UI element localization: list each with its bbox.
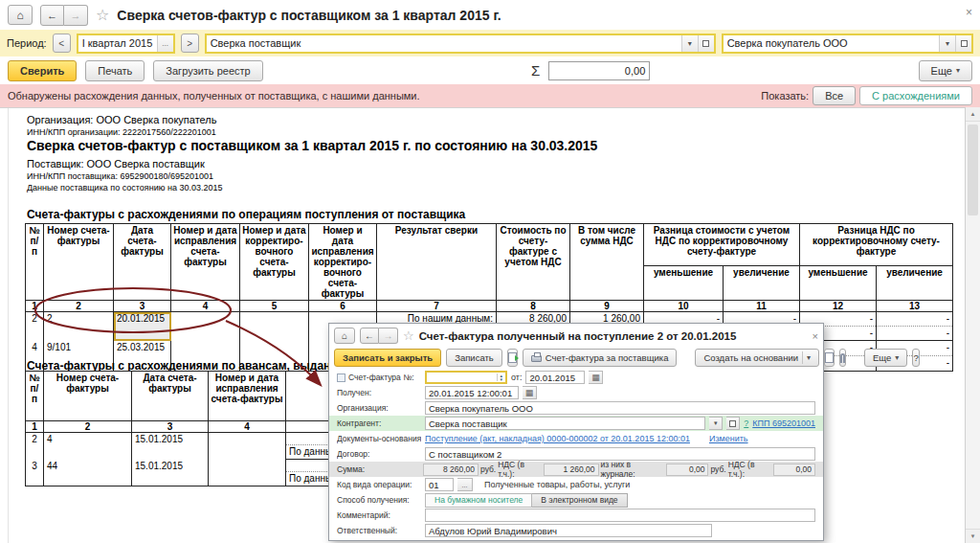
open-button[interactable]	[726, 417, 740, 430]
field-value: 20.01.2015 12:00:01	[429, 388, 512, 398]
value-cell[interactable]: -	[877, 327, 953, 341]
supplier-asof-line: Данные поставщика по состоянию на 30.03.…	[27, 183, 222, 192]
close-icon[interactable]: ×	[966, 6, 972, 19]
buyer-dropdown-icon[interactable]: ▾	[939, 35, 955, 52]
invoice-date-cell[interactable]: 15.01.2015	[132, 460, 209, 486]
page-title: Сверка счетов-фактур с поставщиком за 1 …	[117, 8, 501, 23]
comment-input[interactable]	[425, 509, 815, 522]
col-header: Номер и дата исправления счета-фактуры	[171, 224, 240, 301]
more-button[interactable]: Еще▾	[864, 349, 907, 367]
ellipsis-button[interactable]: ...	[457, 478, 473, 491]
calendar-icon[interactable]: ▦	[523, 386, 537, 399]
favorite-star-icon[interactable]: ☆	[96, 6, 109, 24]
received-input[interactable]: 20.01.2015 12:00:01	[425, 386, 519, 399]
col-num: 1	[26, 421, 44, 433]
print-button[interactable]: Печать	[85, 60, 145, 81]
period-prev-button[interactable]: <	[53, 34, 71, 53]
sum-input[interactable]: 0,00	[548, 61, 650, 80]
invoice-number-row: Счет-фактура №: ▴▾ от: 20.01.2015 ▦	[329, 370, 823, 385]
forward-button[interactable]: →	[379, 328, 398, 344]
buyer-field[interactable]: Сверка покупатель ООО ▾	[722, 34, 973, 54]
invoice-date-cell-selected[interactable]: 20.01.2015	[114, 312, 171, 341]
paperclip-icon	[840, 353, 845, 363]
method-paper-toggle[interactable]: На бумажном носителе	[425, 493, 532, 508]
empty-cell[interactable]	[240, 312, 309, 341]
operation-code-input[interactable]: 01	[425, 478, 454, 491]
period-next-button[interactable]: >	[181, 34, 199, 53]
supplier-invoice-print-button[interactable]: Счет-фактура за поставщика	[523, 349, 678, 367]
back-button[interactable]: ←	[40, 5, 64, 26]
col-header: Номер и дата корректиро­вочного счета-фа…	[240, 224, 309, 301]
counterparty-help-link[interactable]: ?	[744, 419, 748, 428]
back-button[interactable]: ←	[360, 328, 379, 344]
base-document-link[interactable]: Поступление (акт, накладная) 0000-000002…	[425, 434, 690, 443]
document-button[interactable]	[824, 349, 835, 367]
invoice-number-input[interactable]: ▴▾	[425, 371, 507, 384]
calendar-icon[interactable]: ▦	[589, 371, 603, 384]
invoice-number-cell[interactable]: 4	[44, 433, 132, 460]
sub-header: увеличение	[877, 265, 953, 300]
discrepancy-message: Обнаружены расхождения данных, полученны…	[8, 90, 420, 102]
document-icon	[825, 352, 834, 363]
scroll-up-icon[interactable]: ▴	[966, 107, 980, 122]
table1-heading: Счета-фактуры с расхождениями по операци…	[27, 208, 465, 221]
home-button[interactable]: ⌂	[8, 5, 33, 25]
field-label: Организация:	[337, 403, 421, 413]
supplier-field[interactable]: Сверка поставщик ▾	[205, 34, 716, 54]
row-index-cell[interactable]: 3	[26, 460, 44, 486]
invoice-number-cell[interactable]: 44	[44, 460, 132, 486]
supplier-inn-line: ИНН/КПП поставщика: 6952900180/695201001	[27, 171, 213, 181]
column-number-row: 1 2 3 4 5 6 7 8 9 10 11 12 13	[26, 301, 953, 312]
favorite-star-icon[interactable]: ☆	[403, 328, 414, 343]
kpp-link[interactable]: КПП 695201001	[752, 419, 815, 428]
create-based-button[interactable]: Создать на основании▾	[695, 349, 819, 367]
row-index-cell[interactable]: 2	[26, 433, 44, 460]
more-button[interactable]: Еще▾	[919, 60, 972, 81]
load-registry-button[interactable]: Загрузить реестр	[153, 60, 262, 81]
scroll-thumb[interactable]	[968, 124, 978, 215]
vertical-scrollbar[interactable]: ▴ ▾	[965, 107, 980, 543]
journal-flag-icon[interactable]	[337, 373, 345, 382]
group-header-value-diff: Разница стоимости с учетом НДС по коррек…	[644, 224, 800, 266]
supplier-open-button[interactable]	[698, 35, 714, 52]
invoice-date-cell[interactable]: 15.01.2015	[132, 433, 209, 460]
post-button[interactable]	[507, 349, 518, 367]
show-all-button[interactable]: Все	[813, 86, 856, 105]
show-diff-button[interactable]: С расхождениями	[859, 86, 972, 105]
dropdown-icon[interactable]: ▾	[709, 417, 723, 430]
empty-cell[interactable]	[171, 312, 240, 341]
field-label: Счет-фактура №:	[348, 373, 414, 382]
buyer-open-button[interactable]	[955, 35, 971, 52]
attach-button[interactable]	[839, 349, 846, 367]
value-cell[interactable]: -	[877, 312, 953, 327]
close-icon[interactable]: ×	[813, 330, 818, 342]
scroll-down-icon[interactable]: ▾	[966, 529, 980, 543]
col-header: № п/п	[26, 224, 44, 301]
empty-cell[interactable]	[209, 433, 286, 460]
save-button[interactable]: Записать	[446, 349, 502, 367]
invoice-date-input[interactable]: 20.01.2015	[525, 371, 585, 384]
counterparty-input[interactable]: Сверка поставщик	[425, 417, 705, 430]
contract-input[interactable]: С поставщиком 2	[425, 447, 815, 461]
help-button[interactable]: ?	[912, 349, 919, 367]
change-link[interactable]: Изменить	[709, 434, 748, 443]
home-button[interactable]: ⌂	[334, 328, 355, 344]
period-field[interactable]: I квартал 2015 ...	[77, 34, 175, 54]
sub-header: уменьшение	[800, 265, 877, 300]
empty-cell[interactable]	[209, 460, 286, 486]
supplier-dropdown-icon[interactable]: ▾	[681, 35, 698, 52]
spinner-icon[interactable]: ▴▾	[497, 373, 502, 381]
sub-header: уменьшение	[644, 265, 724, 300]
method-electronic-toggle[interactable]: В электронном виде	[532, 493, 627, 508]
buyer-value: Сверка покупатель ООО	[724, 37, 939, 49]
save-close-button[interactable]: Записать и закрыть	[334, 349, 441, 367]
forward-button[interactable]: →	[64, 5, 88, 26]
col-header: Номер счета-фактуры	[44, 372, 132, 421]
verify-button[interactable]: Сверить	[8, 60, 77, 81]
organization-input[interactable]: Сверка покупатель ООО	[425, 401, 815, 415]
invoice-number-cell[interactable]: 2	[44, 312, 114, 341]
col-header: Номер и дата исправления счета-фактуры	[209, 372, 286, 421]
responsible-input[interactable]: Абдулов Юрий Владимирович	[425, 524, 712, 537]
period-ellipsis-button[interactable]: ...	[157, 35, 173, 52]
row-index-cell[interactable]: 2	[26, 312, 44, 341]
